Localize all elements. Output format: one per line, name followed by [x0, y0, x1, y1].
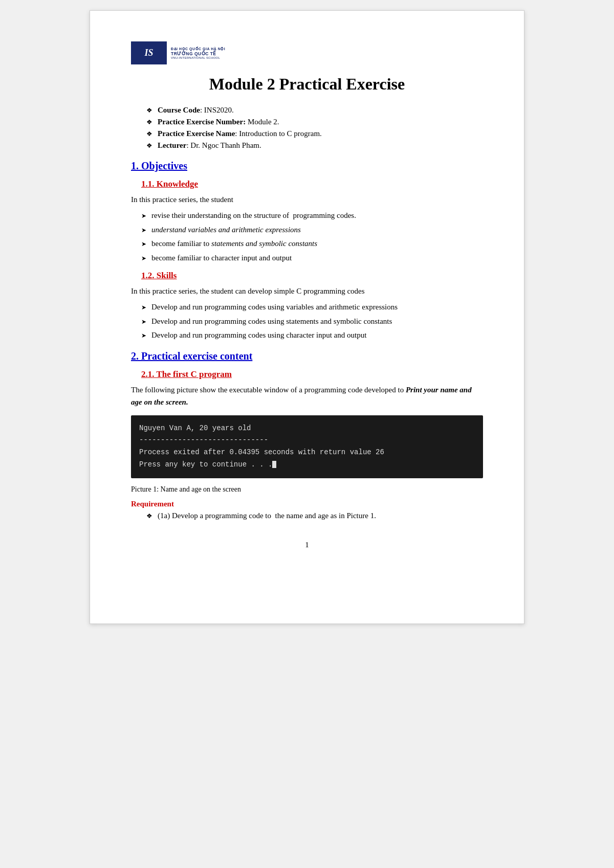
list-item: revise their understanding on the struct…	[141, 210, 483, 221]
knowledge-list: revise their understanding on the struct…	[141, 210, 483, 263]
logo-line1: ĐẠI HỌC QUỐC GIA HÀ NỘI	[171, 47, 225, 51]
requirement-item: (1a) Develop a programming code to the n…	[146, 511, 483, 520]
list-item-text: understand variables and arithmetic expr…	[151, 224, 483, 236]
section-2-1-body: The following picture show the executabl…	[131, 384, 483, 408]
list-item: Develop and run programming codes using …	[141, 316, 483, 327]
list-item: become familiar to character input and o…	[141, 252, 483, 264]
meta-exercise-number: Practice Exercise Number: Module 2.	[146, 118, 483, 126]
logo-box: IS	[131, 41, 167, 64]
subsection-1-1-title: 1.1. Knowledge	[141, 179, 483, 189]
list-item-text: Develop and run programming codes using …	[151, 301, 483, 313]
list-item-text: Develop and run programming codes using …	[151, 316, 483, 327]
code-block: Nguyen Van A, 20 years old -------------…	[131, 415, 483, 478]
list-item: understand variables and arithmetic expr…	[141, 224, 483, 236]
main-title: Module 2 Practical Exercise	[131, 75, 483, 94]
meta-label: Lecturer: Dr. Ngoc Thanh Pham.	[158, 141, 261, 150]
list-item-text: become familiar to statements and symbol…	[151, 238, 483, 250]
requirement-heading: Requirement	[131, 500, 483, 508]
meta-course-code: Course Code: INS2020.	[146, 106, 483, 115]
meta-list: Course Code: INS2020. Practice Exercise …	[146, 106, 483, 150]
cursor-block	[272, 461, 276, 468]
code-line-4: Press any key to continue . . .	[139, 459, 475, 471]
picture-caption: Picture 1: Name and age on the screen	[131, 485, 483, 494]
list-item-text: become familiar to character input and o…	[151, 252, 483, 264]
meta-exercise-name: Practice Exercise Name: Introduction to …	[146, 129, 483, 138]
list-item-text: revise their understanding on the struct…	[151, 210, 483, 221]
logo-line3: VNU-INTERNATIONAL SCHOOL	[171, 56, 225, 59]
code-line-3: Process exited after 0.04395 seconds wit…	[139, 447, 475, 459]
logo-text: ĐẠI HỌC QUỐC GIA HÀ NỘI TRƯỜNG QUỐC TẾ V…	[171, 47, 225, 59]
page-number: 1	[131, 541, 483, 549]
header-logo: IS ĐẠI HỌC QUỐC GIA HÀ NỘI TRƯỜNG QUỐC T…	[131, 41, 483, 64]
seconds-text: seconds	[264, 448, 294, 456]
knowledge-intro: In this practice series, the student	[131, 193, 483, 206]
list-item: become familiar to statements and symbol…	[141, 238, 483, 250]
list-item: Develop and run programming codes using …	[141, 301, 483, 313]
page: IS ĐẠI HỌC QUỐC GIA HÀ NỘI TRƯỜNG QUỐC T…	[90, 10, 524, 624]
logo-initials: IS	[144, 47, 153, 59]
meta-label: Course Code: INS2020.	[158, 106, 234, 115]
requirement-list: (1a) Develop a programming code to the n…	[146, 511, 483, 520]
logo-line2: TRƯỜNG QUỐC TẾ	[171, 51, 225, 56]
meta-lecturer: Lecturer: Dr. Ngoc Thanh Pham.	[146, 141, 483, 150]
code-line-2: ------------------------------	[139, 434, 475, 447]
skills-intro: In this practice series, the student can…	[131, 285, 483, 297]
code-line-1: Nguyen Van A, 20 years old	[139, 422, 475, 435]
meta-label: Practice Exercise Name: Introduction to …	[158, 129, 322, 138]
subsection-1-2-title: 1.2. Skills	[141, 271, 483, 281]
skills-list: Develop and run programming codes using …	[141, 301, 483, 341]
section-1-title: 1. Objectives	[131, 160, 483, 172]
meta-label: Practice Exercise Number: Module 2.	[158, 118, 279, 126]
subsection-2-1-title: 2.1. The first C program	[141, 369, 483, 380]
list-item-text: Develop and run programming codes using …	[151, 329, 483, 341]
requirement-text: (1a) Develop a programming code to the n…	[158, 511, 376, 520]
list-item: Develop and run programming codes using …	[141, 329, 483, 341]
section-2-title: 2. Practical exercise content	[131, 350, 483, 362]
